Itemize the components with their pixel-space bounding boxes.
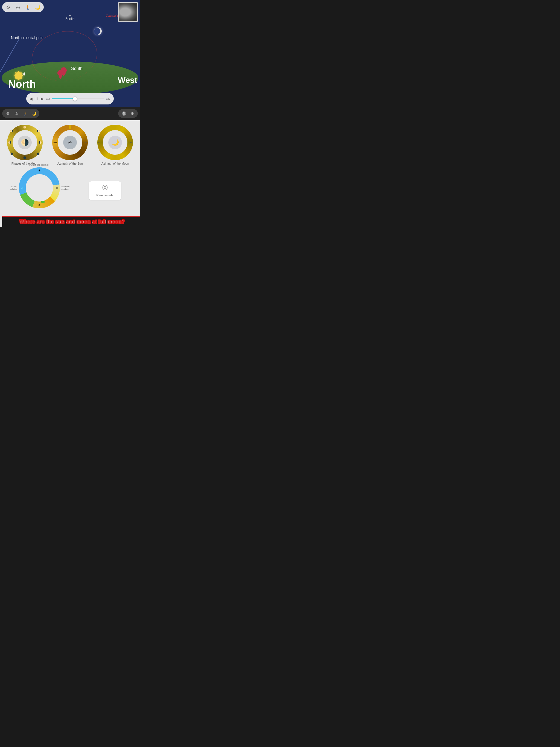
season-top-label: Autumnal equinox	[29, 163, 49, 166]
moon-phase-display: 🌗	[21, 138, 29, 146]
sky-view: ⚙ ◎ 🚶 🌙 Zenith Celestial equator North c…	[0, 0, 140, 107]
moon-sky	[94, 27, 102, 35]
sun-dial-marker-left	[54, 141, 57, 143]
season-dial-container: Autumnal equinox ❄ ☀ ❄ 💧 Wintersolstice …	[19, 168, 60, 214]
moon-thumbnail	[118, 2, 138, 22]
refresh-icon[interactable]: ◎	[14, 3, 22, 11]
moon-dial-east: E	[98, 141, 100, 144]
div-refresh-icon[interactable]: ◎	[13, 110, 20, 117]
moon-az-inner: 🌙	[103, 130, 127, 155]
ads-icon: ⓪	[93, 184, 117, 191]
moon-dial-center: 🌗	[18, 136, 32, 149]
sun-rays-svg	[14, 71, 24, 81]
pin-tail-2	[62, 73, 66, 77]
moon-thumbnail-image	[119, 3, 137, 21]
moon-ind-tl: 🌖	[10, 130, 13, 132]
south-label: South	[71, 66, 82, 71]
menu-icon[interactable]: ≡⚙	[106, 97, 110, 101]
transport-slider[interactable]	[52, 98, 104, 99]
sun-azimuth-label: Azimuth of the Sun	[57, 162, 83, 165]
moon-ind-right: 🌓	[39, 141, 42, 144]
transport-slider-container: ≡⊙ ≡⚙	[46, 97, 110, 101]
season-icon-left: 💧	[21, 186, 24, 189]
divider-toolbar: ⚙ ◎ 🚶 🌙 🔘 ⚙	[0, 107, 140, 120]
gear-icon[interactable]: ⚙	[4, 3, 12, 11]
moon-ind-tr: 🌔	[37, 130, 40, 132]
prev-button[interactable]: ◀	[29, 97, 32, 101]
north-celestial-pole-label: North celestial pole	[11, 35, 44, 40]
moon-azimuth-label: Azimuth of the Moon	[101, 162, 129, 165]
season-icon-top: ❄	[38, 169, 41, 172]
transport-slider-fill	[52, 98, 75, 99]
moon-dial-inner: 🌗	[12, 130, 37, 155]
season-marker	[41, 201, 45, 203]
moon-dial-west: W	[130, 141, 133, 144]
div-person-icon[interactable]: 🚶	[22, 110, 28, 117]
transport-slider-thumb[interactable]	[73, 97, 77, 101]
moon-ind-left: 🌗	[8, 141, 11, 144]
moon-icon[interactable]: 🌙	[34, 3, 42, 11]
pin-head-2	[61, 67, 67, 73]
summer-solstice-label: Summersolstice	[61, 185, 70, 190]
season-dial-wrapper: Autumnal equinox ❄ ☀ ❄ 💧 Wintersolstice …	[19, 168, 60, 208]
dials-row: 🌗 🌕 🌔 🌓 🌒 🌑 🌘 🌗 🌖 Phases of the Moon	[2, 125, 138, 165]
remove-ads-label: Remove ads	[97, 194, 113, 197]
person-icon[interactable]: 🚶	[24, 3, 32, 11]
sun-dial-inner: ✳	[58, 130, 82, 155]
div-config-icon[interactable]: ⚙	[129, 110, 136, 117]
season-row: Autumnal equinox ❄ ☀ ❄ 💧 Wintersolstice …	[2, 168, 138, 216]
zenith-label: Zenith	[65, 15, 74, 21]
season-inner	[26, 174, 53, 202]
div-gear-icon[interactable]: ⚙	[4, 110, 11, 117]
next-button[interactable]: ▶	[41, 97, 44, 101]
divider-toolbar-right: 🔘 ⚙	[118, 109, 138, 118]
west-label: West	[118, 75, 137, 85]
moon-azimuth-dial: 🌙 S E W	[97, 125, 133, 160]
moon-ind-br: 🌒	[37, 153, 40, 155]
sun-dial-center: ✳	[63, 136, 77, 149]
divider-toolbar-left: ⚙ ◎ 🚶 🌙	[2, 109, 40, 118]
season-icon-right: ☀	[56, 186, 58, 189]
moon-az-display: 🌙	[111, 139, 119, 146]
moon-az-marker	[114, 125, 116, 129]
speed-icon: ≡⊙	[46, 97, 50, 101]
div-settings-icon[interactable]: 🔘	[120, 110, 127, 117]
season-icon-bottom: ❄	[38, 204, 41, 207]
moon-phases-dial: 🌗 🌕 🌔 🌓 🌒 🌑 🌘 🌗 🌖	[7, 125, 43, 160]
winter-solstice-label: Wintersolstice	[10, 185, 18, 190]
remove-ads-button[interactable]: ⓪ Remove ads	[88, 181, 121, 200]
location-pins	[57, 70, 63, 79]
moon-ind-bl: 🌘	[10, 153, 13, 155]
sun-dial-marker	[69, 125, 71, 129]
moon-ind-bottom: 🌑	[23, 156, 26, 159]
moon-shadow	[94, 27, 100, 35]
moon-phases-dial-container: 🌗 🌕 🌔 🌓 🌒 🌑 🌘 🌗 🌖 Phases of the Moon	[7, 125, 43, 165]
sun-azimuth-dial-container: ✳ S E W Azimuth of the Sun	[52, 125, 88, 165]
season-ring	[19, 168, 60, 208]
sun-center-display: ✳	[68, 139, 72, 146]
moon-az-center: 🌙	[108, 136, 122, 149]
svg-line-6	[21, 73, 22, 73]
moon-az-ring: 🌙	[97, 125, 133, 160]
svg-line-7	[15, 78, 16, 79]
sun	[14, 71, 24, 81]
sun-dial-ring: ✳	[52, 125, 88, 160]
sun-dial-west: W	[85, 141, 87, 144]
toolbar-top: ⚙ ◎ 🚶 🌙	[2, 2, 44, 12]
svg-line-5	[21, 78, 22, 79]
pin-2	[61, 67, 67, 75]
bottom-section: 🌗 🌕 🌔 🌓 🌒 🌑 🌘 🌗 🌖 Phases of the Moon	[0, 120, 140, 227]
season-dial: ❄ ☀ ❄ 💧	[19, 168, 60, 208]
div-moon-icon[interactable]: 🌙	[31, 110, 37, 117]
banner-text: Where are the sun and moon at full moon?	[5, 219, 139, 225]
moon-azimuth-dial-container: 🌙 S E W Azimuth of the Moon	[97, 125, 133, 165]
pause-button[interactable]: ⏸	[35, 97, 39, 101]
transport-bar: ◀ ⏸ ▶ ≡⊙ ≡⚙	[26, 93, 114, 104]
moon-ind-top: 🌕	[23, 126, 26, 129]
svg-line-4	[15, 73, 16, 73]
banner: Where are the sun and moon at full moon?	[2, 216, 140, 227]
sun-azimuth-dial: ✳ S E W	[52, 125, 88, 160]
